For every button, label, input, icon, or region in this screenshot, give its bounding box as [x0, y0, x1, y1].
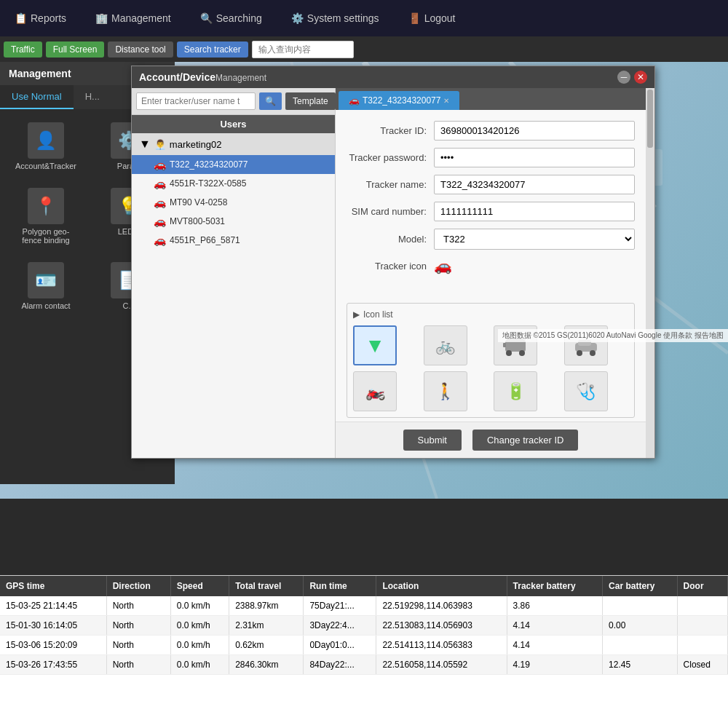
- sidebar-tab-h[interactable]: H...: [74, 85, 111, 109]
- icon-cell-0[interactable]: ▼: [353, 325, 397, 365]
- icon-list-triangle: ▶: [353, 309, 360, 320]
- svg-point-12: [519, 350, 525, 356]
- nav-searching-label: Searching: [216, 12, 262, 24]
- close-button[interactable]: ✕: [634, 71, 647, 84]
- table-cell-2-6: 4.14: [507, 636, 602, 655]
- table-cell-0-2: 0.0 km/h: [170, 596, 229, 616]
- device-tab-icon: 🚗: [349, 95, 360, 106]
- sidebar-item-polygon-geofence[interactable]: 📍 Polygon geo-fence binding: [7, 182, 84, 250]
- modal-tab-bar: 🚗 T322_43234320077 ✕: [336, 88, 646, 110]
- tracker-name-input[interactable]: [434, 175, 635, 194]
- table-row: 15-03-06 15:20:09North0.0 km/h0.62km0Day…: [0, 636, 728, 655]
- table-cell-2-3: 0.62km: [229, 636, 304, 655]
- change-tracker-id-button[interactable]: Change tracker ID: [472, 430, 579, 451]
- submit-button[interactable]: Submit: [403, 430, 462, 451]
- tracker-id-input[interactable]: [434, 121, 635, 141]
- table-cell-3-6: 4.19: [507, 655, 602, 675]
- tree-device-3[interactable]: 🚗 MVT800-5031: [132, 212, 335, 231]
- nav-management[interactable]: 🏢 Management: [88, 9, 178, 28]
- nav-logout[interactable]: 🚪 Logout: [401, 9, 463, 28]
- tree-user-marketing02[interactable]: ▼ 👨‍💼 marketing02: [132, 133, 335, 155]
- tree-device-0[interactable]: 🚗 T322_43234320077: [132, 155, 335, 174]
- nav-searching[interactable]: 🔍 Searching: [193, 9, 269, 28]
- svg-point-11: [506, 350, 512, 356]
- settings-icon: ⚙️: [291, 12, 304, 24]
- tracker-password-input[interactable]: [434, 148, 635, 167]
- svg-point-17: [590, 350, 596, 356]
- col-location: Location: [376, 576, 507, 596]
- sim-input[interactable]: [434, 202, 635, 221]
- nav-reports[interactable]: 📋 Reports: [7, 9, 74, 28]
- search-tracker-button[interactable]: Search tracker: [177, 41, 248, 58]
- table-cell-1-2: 0.0 km/h: [170, 616, 229, 636]
- table-cell-0-6: 3.86: [507, 596, 602, 616]
- svg-rect-13: [503, 343, 506, 347]
- icon-list-title: Icon list: [363, 309, 393, 320]
- alarm-contact-icon: 🪪: [28, 262, 64, 298]
- nav-system-settings[interactable]: ⚙️ System settings: [284, 9, 387, 28]
- account-tracker-icon: 👤: [28, 122, 64, 159]
- table-cell-3-8: Closed: [677, 655, 727, 675]
- nav-settings-label: System settings: [307, 12, 379, 24]
- icon-cell-6[interactable]: 🔋: [494, 371, 537, 411]
- svg-point-16: [577, 350, 582, 356]
- device-name-4: 4551R_P66_5871: [170, 235, 240, 245]
- tracker-id-row: Tracker ID:: [347, 121, 635, 141]
- tracker-icon-label: Tracker icon: [347, 261, 427, 272]
- modal-scrollbar[interactable]: [646, 88, 654, 458]
- tree-device-4[interactable]: 🚗 4551R_P66_5871: [132, 231, 335, 250]
- col-run-time: Run time: [304, 576, 376, 596]
- icon-cell-1[interactable]: 🚲: [424, 325, 467, 365]
- table-cell-3-0: 15-03-26 17:43:55: [0, 655, 106, 675]
- sidebar-tab-use-normal[interactable]: Use Normal: [0, 85, 74, 109]
- modal-right-container: 🚗 T322_43234320077 ✕ Tracker ID: Tracker…: [336, 88, 654, 458]
- top-navigation: 📋 Reports 🏢 Management 🔍 Searching ⚙️ Sy…: [0, 0, 728, 36]
- device-icon-2: 🚗: [154, 197, 166, 208]
- reports-icon: 📋: [15, 12, 27, 24]
- table-cell-0-7: [603, 596, 678, 616]
- distance-tool-button[interactable]: Distance tool: [108, 41, 173, 58]
- modal-footer: Submit Change tracker ID: [336, 422, 646, 458]
- tree-device-2[interactable]: 🚗 MT90 V4-0258: [132, 193, 335, 212]
- table-row: 15-03-25 21:14:45North0.0 km/h2388.97km7…: [0, 596, 728, 616]
- search-input[interactable]: [252, 41, 354, 58]
- tree-device-1[interactable]: 🚗 4551R-T322X-0585: [132, 174, 335, 193]
- fullscreen-button[interactable]: Full Screen: [46, 41, 105, 58]
- toolbar: Traffic Full Screen Distance tool Search…: [0, 36, 728, 62]
- table-row: 15-01-30 16:14:05North0.0 km/h2.31km3Day…: [0, 616, 728, 636]
- tab-close-button[interactable]: ✕: [443, 97, 449, 105]
- search-button[interactable]: 🔍: [259, 92, 282, 110]
- table-cell-0-4: 75Day21:...: [304, 596, 376, 616]
- icon-cell-7[interactable]: 🩺: [564, 371, 608, 411]
- device-tab[interactable]: 🚗 T322_43234320077 ✕: [339, 91, 459, 110]
- table-cell-1-3: 2.31km: [229, 616, 304, 636]
- modal-titlebar: Account/DeviceManagement ─ ✕: [132, 66, 654, 88]
- logout-icon: 🚪: [408, 12, 421, 24]
- sidebar-item-geofence-label: Polygon geo-fence binding: [13, 227, 79, 245]
- table-cell-2-1: North: [106, 636, 170, 655]
- sim-label: SIM card number:: [347, 206, 427, 217]
- scrollbar-thumb[interactable]: [647, 90, 653, 148]
- col-total-travel: Total travel: [229, 576, 304, 596]
- tracker-password-label: Tracker password:: [347, 152, 427, 163]
- sidebar-item-alarm-contact[interactable]: 🪪 Alarm contact: [7, 256, 84, 316]
- model-select[interactable]: T322: [434, 229, 635, 250]
- minimize-button[interactable]: ─: [617, 71, 630, 84]
- table-cell-0-8: [677, 596, 727, 616]
- user-icon: ▼: [139, 138, 151, 151]
- tracker-id-label: Tracker ID:: [347, 125, 427, 136]
- device-icon-1: 🚗: [154, 178, 166, 189]
- template-button[interactable]: Template: [285, 92, 336, 110]
- traffic-button[interactable]: Traffic: [4, 41, 42, 58]
- geofence-icon: 📍: [28, 188, 64, 224]
- sidebar-item-account-tracker[interactable]: 👤 Account&Tracker: [7, 116, 84, 176]
- sim-row: SIM card number:: [347, 202, 635, 221]
- tracker-name-row: Tracker name:: [347, 175, 635, 194]
- tracker-icon-preview: 🚗: [434, 257, 452, 274]
- icon-cell-5[interactable]: 🚶: [424, 371, 467, 411]
- tracker-search-input[interactable]: [136, 92, 256, 110]
- user-icon-face: 👨‍💼: [154, 139, 166, 150]
- icon-cell-4[interactable]: 🏍️: [353, 371, 397, 411]
- device-name-0: T322_43234320077: [170, 159, 248, 170]
- table-cell-2-2: 0.0 km/h: [170, 636, 229, 655]
